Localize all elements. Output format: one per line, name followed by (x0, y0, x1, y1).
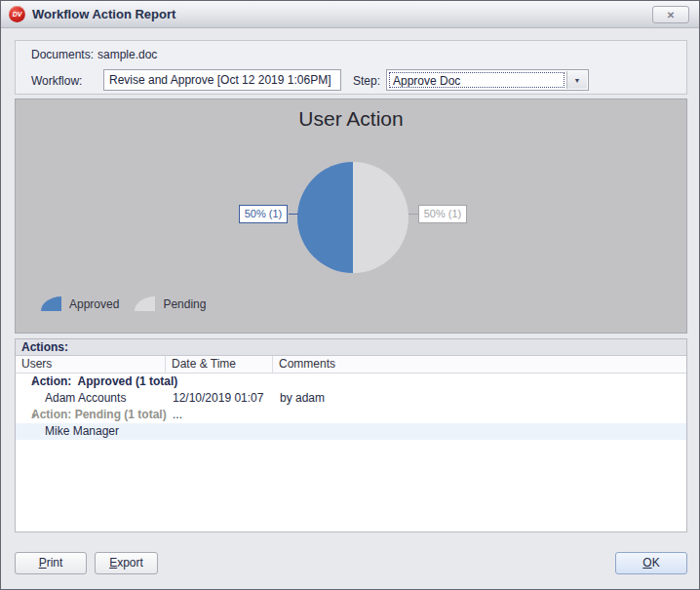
legend-swatch-pending (135, 296, 155, 311)
documents-label: Documents: (31, 48, 94, 61)
group-row-approved[interactable]: ▼Action: Approved (1 total) (16, 374, 686, 390)
group-row-pending-label: Action: Pending (1 total) (31, 408, 167, 421)
window-title: Workflow Action Report (32, 7, 175, 21)
step-combobox-value: Approve Doc (389, 72, 564, 88)
table-column-headers: Users Date & Time Comments (16, 356, 686, 374)
close-button[interactable]: ✕ (652, 6, 689, 23)
table-row-adam-accounts[interactable]: Adam Accounts 12/10/2019 01:07 ... by ad… (16, 390, 686, 407)
step-label: Step: (353, 74, 380, 88)
ok-button[interactable]: OK (615, 552, 687, 574)
export-button[interactable]: Export (95, 552, 158, 574)
actions-panel: Actions: Users Date & Time Comments ▼Act… (15, 338, 687, 532)
ok-button-label: OK (616, 553, 686, 573)
group-collapse-icon[interactable]: ▼ (16, 408, 31, 424)
chart-title: User Action (16, 107, 686, 131)
workflow-action-report-dialog: DV Workflow Action Report ✕ Documents: s… (0, 0, 700, 590)
table-row-mike-manager[interactable]: Mike Manager (16, 423, 686, 440)
cell-comments (273, 423, 686, 440)
user-action-chart-panel: User Action 50% (1) 50% (1) Approved Pen… (15, 98, 687, 334)
group-row-approved-label: Action: Approved (1 total) (31, 374, 177, 388)
cell-user: Mike Manager (16, 423, 166, 440)
chevron-down-icon: ▼ (574, 77, 581, 84)
cell-datetime (166, 423, 273, 440)
group-row-pending[interactable]: ▼Action: Pending (1 total) (16, 407, 686, 423)
pie-label-approved: 50% (1) (239, 205, 288, 223)
workflow-label: Workflow: (31, 74, 82, 88)
print-button-label: Print (16, 553, 86, 573)
pie-label-leader-left (289, 214, 298, 215)
chart-legend: Approved Pending (41, 296, 221, 311)
print-button[interactable]: Print (15, 552, 87, 574)
documents-value: sample.doc (97, 48, 157, 61)
workflow-field[interactable]: Revise and Approve [Oct 12 2019 1:06PM] (103, 69, 341, 91)
pie-chart (297, 162, 408, 273)
legend-entry-approved: Approved (41, 296, 119, 311)
step-combobox-dropdown-button[interactable]: ▼ (566, 71, 587, 89)
actions-panel-title: Actions: (16, 339, 686, 356)
legend-label-approved: Approved (69, 297, 119, 311)
pie-label-pending: 50% (1) (418, 205, 467, 223)
column-header-users[interactable]: Users (16, 356, 166, 373)
group-collapse-icon[interactable]: ▼ (16, 374, 31, 391)
column-header-comments[interactable]: Comments (273, 356, 686, 373)
close-icon: ✕ (667, 10, 675, 20)
document-info-groupbox: Documents: sample.doc Workflow: Revise a… (15, 40, 687, 95)
column-header-datetime[interactable]: Date & Time (166, 356, 273, 373)
legend-label-pending: Pending (163, 297, 206, 311)
step-combobox[interactable]: Approve Doc ▼ (386, 69, 589, 91)
export-button-label: Export (96, 553, 157, 573)
legend-swatch-approved (41, 296, 61, 311)
app-logo-icon: DV (9, 6, 25, 22)
pie-label-leader-right (408, 214, 418, 215)
legend-entry-pending: Pending (135, 296, 206, 311)
title-bar: DV Workflow Action Report ✕ (1, 1, 699, 28)
